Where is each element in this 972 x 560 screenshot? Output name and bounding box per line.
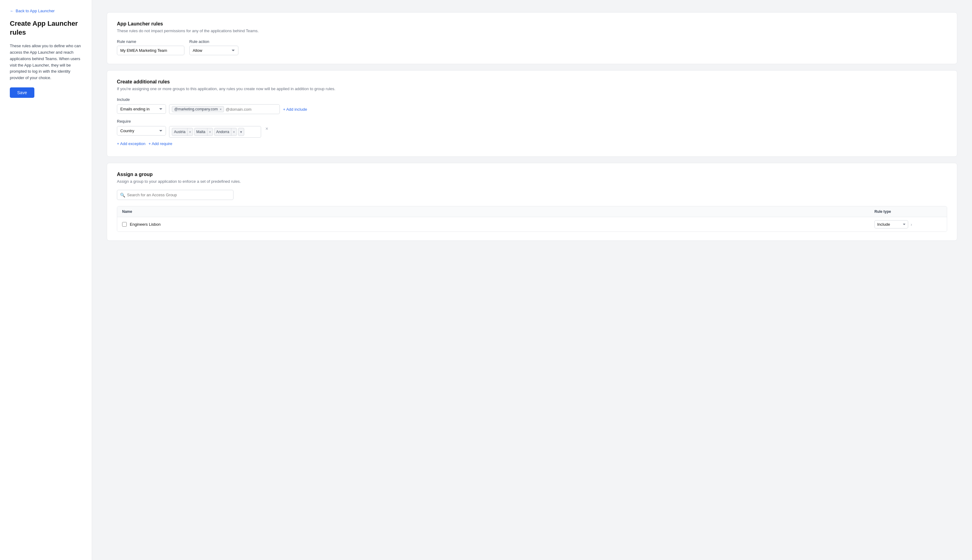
add-exception-link[interactable]: + Add exception <box>117 142 145 146</box>
add-include-link[interactable]: + Add include <box>283 107 307 112</box>
back-link-label: Back to App Launcher <box>16 8 55 13</box>
include-tag-text-input[interactable] <box>225 107 277 112</box>
rule-type-select-engineers-lisbon[interactable]: Include Exclude <box>874 220 908 228</box>
main-content: App Launcher rules These rules do not im… <box>92 0 972 560</box>
col-header-name: Name <box>122 210 874 214</box>
require-row: Country IP Range Everyone Austria × Malt… <box>117 126 947 138</box>
assign-group-title: Assign a group <box>117 172 947 177</box>
exception-row: + Add exception + Add require <box>117 142 947 146</box>
blank-country-dropdown[interactable]: ▼ <box>238 128 244 136</box>
page-title: Create App Launcher rules <box>10 19 82 37</box>
tag-marketing-company: @marketing.company.com × <box>172 106 224 112</box>
rule-action-select[interactable]: Allow Deny Bypass <box>189 46 239 55</box>
additional-rules-description: If you're assigning one or more groups t… <box>117 87 947 91</box>
assign-group-description: Assign a group to your application to en… <box>117 179 947 184</box>
tag-close-austria[interactable]: × <box>187 128 192 135</box>
row-name-engineers-lisbon: Engineers Lisbon <box>130 222 874 227</box>
rule-name-label: Rule name <box>117 39 184 44</box>
require-row-remove-button[interactable]: × <box>264 126 269 132</box>
sidebar-description: These rules allow you to define who can … <box>10 43 82 81</box>
access-group-search-input[interactable] <box>117 190 234 200</box>
table-row: Engineers Lisbon Include Exclude › <box>117 217 947 232</box>
back-to-app-launcher-link[interactable]: ← Back to App Launcher <box>10 8 82 13</box>
tag-label-austria: Austria <box>172 130 187 134</box>
group-table: Name Rule type Engineers Lisbon Include … <box>117 206 947 232</box>
rule-fields-row: Rule name Rule action Allow Deny Bypass <box>117 39 947 55</box>
add-require-link[interactable]: + Add require <box>149 142 172 146</box>
search-wrapper: 🔍 <box>117 190 234 200</box>
col-header-rule-type: Rule type <box>874 210 942 214</box>
arrow-left-icon: ← <box>10 8 14 13</box>
include-row: Emails ending in Email Everyone @marketi… <box>117 104 947 114</box>
save-button[interactable]: Save <box>10 87 34 98</box>
app-launcher-rules-section: App Launcher rules These rules do not im… <box>107 12 957 64</box>
require-type-select[interactable]: Country IP Range Everyone <box>117 126 166 135</box>
tag-label-malta: Malta <box>195 130 207 134</box>
search-icon: 🔍 <box>120 193 125 198</box>
tag-malta: Malta × <box>194 128 213 136</box>
tag-close-malta[interactable]: × <box>207 128 212 135</box>
include-tag-input[interactable]: @marketing.company.com × <box>169 104 280 114</box>
rule-name-input[interactable] <box>117 46 184 55</box>
rule-action-label: Rule action <box>189 39 239 44</box>
tag-label-marketing: @marketing.company.com <box>174 107 218 111</box>
assign-group-section: Assign a group Assign a group to your ap… <box>107 163 957 241</box>
tag-andorra: Andorra × <box>214 128 237 136</box>
tag-close-marketing[interactable]: × <box>220 107 222 111</box>
tag-label-andorra: Andorra <box>214 130 231 134</box>
dropdown-arrow-icon: ▼ <box>240 130 243 134</box>
tag-austria: Austria × <box>172 128 193 136</box>
rule-action-group: Rule action Allow Deny Bypass <box>189 39 239 55</box>
additional-rules-title: Create additional rules <box>117 79 947 85</box>
row-chevron-icon[interactable]: › <box>911 222 912 227</box>
table-header: Name Rule type <box>117 207 947 217</box>
app-launcher-rules-description: These rules do not impact permissions fo… <box>117 28 947 33</box>
sidebar: ← Back to App Launcher Create App Launch… <box>0 0 92 560</box>
row-checkbox-engineers-lisbon[interactable] <box>122 222 127 227</box>
rule-name-group: Rule name <box>117 39 184 55</box>
row-rule-cell: Include Exclude › <box>874 220 942 228</box>
require-tag-input[interactable]: Austria × Malta × Andorra × ▼ <box>169 126 261 138</box>
tag-close-andorra[interactable]: × <box>231 128 236 135</box>
require-label: Require <box>117 119 947 123</box>
additional-rules-section: Create additional rules If you're assign… <box>107 70 957 157</box>
app-launcher-rules-title: App Launcher rules <box>117 21 947 27</box>
include-type-select[interactable]: Emails ending in Email Everyone <box>117 104 166 114</box>
include-label: Include <box>117 97 947 102</box>
